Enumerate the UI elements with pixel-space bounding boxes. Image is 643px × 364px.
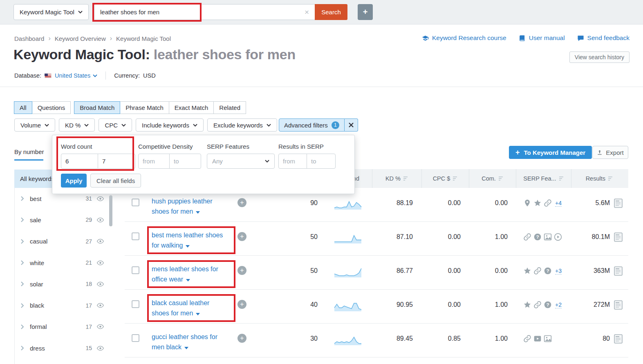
row-checkbox[interactable] (132, 266, 139, 274)
serp-more-link[interactable]: +3 (555, 268, 562, 275)
filter-chip[interactable]: Volume (14, 118, 55, 132)
match-tab[interactable]: Exact Match (169, 101, 214, 114)
filter-chip[interactable]: KD % (59, 118, 95, 132)
tool-selector-dropdown[interactable]: Keyword Magic Tool (13, 4, 89, 20)
apply-button[interactable]: Apply (61, 174, 87, 188)
breadcrumb-dashboard[interactable]: Dashboard (14, 35, 44, 42)
keyword-groups-list: best 31 sale 29 casual 27 white 2 (14, 188, 116, 364)
chevron-down-icon (121, 124, 126, 127)
keyword-group-row[interactable]: solar 18 (15, 273, 116, 295)
serp-features-select[interactable]: Any (207, 154, 275, 169)
filter-chip[interactable]: Exclude keywords (207, 118, 277, 132)
advanced-filters-button[interactable]: Advanced filters 1 (279, 118, 345, 132)
row-checkbox[interactable] (132, 300, 139, 308)
clear-search-icon[interactable]: × (299, 8, 315, 17)
word-count-from-input[interactable] (61, 154, 99, 169)
keyword-research-course-link[interactable]: Keyword Research course (422, 34, 506, 42)
serp-snippet-icon[interactable] (614, 266, 623, 276)
eye-icon[interactable] (96, 216, 104, 224)
chevron-down-icon (193, 124, 197, 127)
results-in-serp-to-input[interactable] (307, 154, 336, 169)
eye-icon[interactable] (96, 323, 104, 331)
keyword-search-input[interactable] (94, 9, 299, 16)
serp-snippet-icon[interactable] (614, 300, 623, 310)
match-tab[interactable]: All (14, 101, 32, 114)
keyword-group-row[interactable]: sale 29 (15, 209, 116, 230)
speech-bubble-icon (577, 35, 584, 42)
breadcrumb-keyword-overview[interactable]: Keyword Overview (55, 35, 106, 42)
keyword-cell: black casual leathershoes for men (147, 294, 235, 322)
column-header-serp-features[interactable]: SERP Fea... (516, 169, 571, 188)
eye-icon[interactable] (96, 344, 104, 352)
serp-snippet-icon[interactable] (614, 334, 623, 344)
match-tab[interactable]: Related (213, 101, 246, 114)
keyword-group-row[interactable]: black 17 (15, 295, 116, 316)
tab-by-number[interactable]: By number (14, 148, 44, 155)
breadcrumb-separator: › (48, 35, 50, 42)
serp-features-label: SERP Features (207, 143, 249, 150)
kd-value: 90.95 (378, 301, 413, 308)
results-in-serp-from-input[interactable] (278, 154, 307, 169)
keyword-link[interactable]: mens leather shoes foroffice wear (152, 266, 218, 283)
eye-icon[interactable] (96, 280, 104, 288)
filter-chip[interactable]: CPC (99, 118, 132, 132)
column-header-cpc[interactable]: CPC $ (421, 169, 469, 188)
serp-more-link[interactable]: +2 (555, 301, 562, 308)
serp-snippet-icon[interactable] (614, 199, 623, 208)
add-keyword-button[interactable]: + (237, 198, 246, 207)
row-checkbox[interactable] (132, 199, 139, 206)
add-keyword-button[interactable]: + (237, 300, 246, 309)
close-advanced-filters-button[interactable] (345, 118, 358, 132)
eye-icon[interactable] (96, 237, 104, 245)
eye-icon[interactable] (96, 301, 104, 309)
com-value: 0.00 (473, 267, 508, 275)
add-keyword-button[interactable]: + (237, 266, 246, 275)
word-count-to-input[interactable] (98, 154, 135, 169)
export-button[interactable]: Export (592, 146, 628, 159)
to-keyword-manager-button[interactable]: +To Keyword Manager (509, 146, 592, 159)
column-header-kd[interactable]: KD % (372, 169, 421, 188)
filter-chip-row: Volume KD % CPC Include keywords Exclude… (14, 118, 277, 132)
volume-value: 50 (280, 267, 318, 275)
group-name: black (30, 302, 44, 309)
eye-icon[interactable] (96, 195, 104, 203)
group-count: 21 (85, 259, 92, 266)
send-feedback-link[interactable]: Send feedback (577, 34, 630, 42)
column-header-com[interactable]: Com. (469, 169, 516, 188)
match-tab[interactable]: Broad Match (74, 101, 120, 114)
row-checkbox[interactable] (132, 232, 139, 240)
sidebar-scrollbar[interactable] (109, 195, 112, 226)
row-checkbox[interactable] (132, 334, 139, 342)
serp-snippet-icon[interactable] (614, 232, 623, 242)
add-keyword-button[interactable]: + (237, 232, 246, 241)
match-tab[interactable]: Questions (32, 101, 71, 114)
view-search-history-button[interactable]: View search history (569, 51, 630, 63)
kd-value: 87.10 (378, 233, 413, 241)
match-tab[interactable]: Phrase Match (120, 101, 169, 114)
keyword-link[interactable]: best mens leather shoesfor walking (152, 232, 223, 249)
keyword-group-row[interactable]: formal 17 (15, 316, 116, 337)
serp-more-link[interactable]: +4 (555, 200, 562, 207)
header-separator (372, 169, 372, 188)
database-selector[interactable]: United States (55, 72, 97, 79)
keyword-search-box: × (94, 4, 315, 20)
competitive-density-to-input[interactable] (169, 154, 201, 169)
column-header-results[interactable]: Results (571, 169, 628, 188)
add-tab-button[interactable]: + (358, 4, 373, 20)
breadcrumb-keyword-magic-tool[interactable]: Keyword Magic Tool (116, 35, 171, 42)
search-button[interactable]: Search (315, 4, 347, 20)
keyword-group-row[interactable]: dress 15 (15, 337, 116, 359)
keyword-link[interactable]: gucci leather shoes formen black (152, 333, 217, 351)
keyword-link[interactable]: hush puppies leathershoes for men (152, 198, 213, 215)
keyword-group-row[interactable]: white 21 (15, 252, 116, 273)
chevron-right-icon (20, 346, 24, 351)
keyword-group-row[interactable]: casual 27 (15, 231, 116, 252)
caret-down-icon (186, 279, 190, 281)
clear-all-fields-button[interactable]: Clear all fields (90, 174, 141, 188)
keyword-link[interactable]: black casual leathershoes for men (152, 299, 209, 317)
user-manual-link[interactable]: User manual (519, 34, 565, 42)
add-keyword-button[interactable]: + (237, 334, 246, 343)
competitive-density-from-input[interactable] (138, 154, 170, 169)
filter-chip[interactable]: Include keywords (136, 118, 204, 132)
eye-icon[interactable] (96, 259, 104, 267)
